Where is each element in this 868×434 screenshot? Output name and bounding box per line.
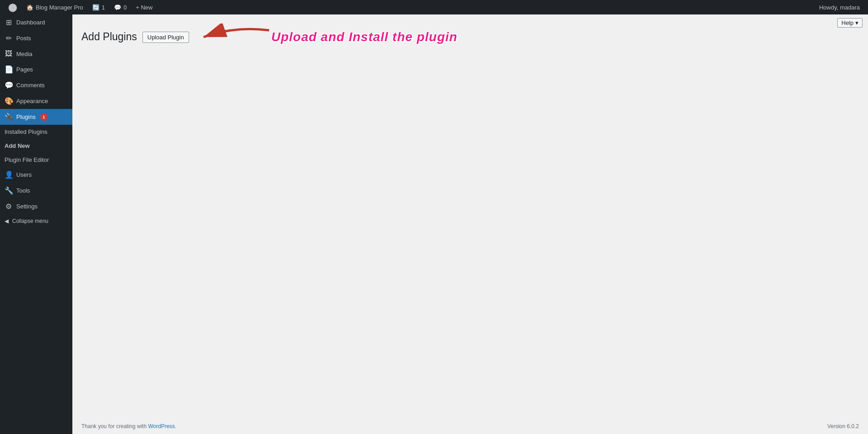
submenu-plugin-file-editor[interactable]: Plugin File Editor bbox=[0, 153, 72, 167]
updates-count: 1 bbox=[102, 4, 105, 11]
page-title: Add Plugins bbox=[81, 30, 137, 44]
wp-logo-icon: ⬤ bbox=[8, 2, 17, 12]
collapse-icon: ◀ bbox=[5, 218, 9, 224]
sidebar-label-users: Users bbox=[16, 171, 32, 178]
sidebar-item-users[interactable]: 👤 Users bbox=[0, 167, 72, 183]
comments-menu-icon: 💬 bbox=[5, 81, 13, 90]
updates-icon: 🔄 bbox=[92, 4, 100, 11]
arrow-annotation bbox=[199, 24, 271, 51]
sidebar-item-dashboard[interactable]: ⊞ Dashboard bbox=[0, 14, 72, 30]
sidebar-item-plugins[interactable]: 🔌 Plugins 1 Installed Plugins Add New bbox=[0, 109, 72, 167]
settings-icon: ⚙ bbox=[5, 202, 13, 211]
appearance-icon: 🎨 bbox=[5, 97, 13, 105]
comments-icon: 💬 bbox=[114, 4, 121, 11]
collapse-label: Collapse menu bbox=[12, 218, 48, 224]
main-content: Help ▾ Add Plugins Upload Plugin bbox=[72, 14, 868, 434]
sidebar-label-comments: Comments bbox=[16, 82, 45, 89]
submenu-installed-plugins[interactable]: Installed Plugins bbox=[0, 125, 72, 139]
sidebar-label-tools: Tools bbox=[16, 187, 30, 194]
sidebar-label-appearance: Appearance bbox=[16, 98, 48, 104]
sidebar-item-posts[interactable]: ✏ Posts bbox=[0, 30, 72, 46]
plugin-file-editor-label: Plugin File Editor bbox=[5, 156, 49, 163]
posts-icon: ✏ bbox=[5, 34, 13, 42]
home-icon: 🏠 bbox=[26, 4, 33, 11]
upload-plugin-button[interactable]: Upload Plugin bbox=[142, 32, 189, 43]
help-button[interactable]: Help ▾ bbox=[837, 18, 863, 28]
sidebar-item-media[interactable]: 🖼 Media bbox=[0, 46, 72, 61]
new-label: + New bbox=[136, 4, 152, 11]
sidebar: ⊞ Dashboard ✏ Posts 🖼 Media 📄 Pa bbox=[0, 14, 72, 434]
help-dropdown-icon: ▾ bbox=[855, 19, 859, 26]
sidebar-item-appearance[interactable]: 🎨 Appearance bbox=[0, 93, 72, 109]
version-text: Version 6.0.2 bbox=[827, 423, 859, 429]
sidebar-label-media: Media bbox=[16, 51, 32, 57]
plugins-icon: 🔌 bbox=[5, 113, 13, 121]
users-icon: 👤 bbox=[5, 170, 13, 179]
media-icon: 🖼 bbox=[5, 50, 13, 58]
upload-plugin-label: Upload Plugin bbox=[147, 34, 184, 41]
site-name-label: Blog Manager Pro bbox=[36, 4, 83, 11]
installed-plugins-label: Installed Plugins bbox=[5, 128, 47, 135]
howdy-text: Howdy, madara bbox=[819, 4, 860, 11]
sidebar-item-pages[interactable]: 📄 Pages bbox=[0, 61, 72, 77]
dashboard-icon: ⊞ bbox=[5, 18, 13, 27]
sidebar-label-dashboard: Dashboard bbox=[16, 19, 45, 26]
sidebar-item-settings[interactable]: ⚙ Settings bbox=[0, 198, 72, 214]
help-label: Help bbox=[841, 19, 854, 26]
thanks-text: Thank you for creating with bbox=[81, 423, 147, 429]
annotation-text: Upload and Install the plugin bbox=[271, 30, 458, 44]
sidebar-label-settings: Settings bbox=[16, 203, 38, 210]
submenu-add-new[interactable]: Add New bbox=[0, 139, 72, 153]
sidebar-item-comments[interactable]: 💬 Comments bbox=[0, 77, 72, 93]
comments-count: 0 bbox=[123, 4, 127, 11]
page-header: Add Plugins Upload Plugin bbox=[81, 24, 859, 51]
add-new-label: Add New bbox=[5, 142, 30, 149]
wordpress-link[interactable]: WordPress bbox=[148, 423, 175, 429]
pages-icon: 📄 bbox=[5, 65, 13, 74]
new-content-button[interactable]: + New bbox=[131, 0, 157, 14]
howdy-button[interactable]: Howdy, madara bbox=[815, 0, 864, 14]
collapse-menu-button[interactable]: ◀ Collapse menu bbox=[0, 214, 72, 228]
footer: Thank you for creating with WordPress. V… bbox=[72, 419, 868, 434]
wp-logo-button[interactable]: ⬤ bbox=[4, 0, 22, 14]
comments-button[interactable]: 💬 0 bbox=[109, 0, 131, 14]
sidebar-label-plugins: Plugins bbox=[16, 113, 36, 120]
tools-icon: 🔧 bbox=[5, 186, 13, 195]
footer-thanks: Thank you for creating with WordPress. bbox=[81, 423, 176, 429]
updates-button[interactable]: 🔄 1 bbox=[88, 0, 109, 14]
admin-bar: ⬤ 🏠 Blog Manager Pro 🔄 1 💬 0 + New Howdy… bbox=[0, 0, 868, 14]
sidebar-item-tools[interactable]: 🔧 Tools bbox=[0, 183, 72, 198]
annotation-container: Upload and Install the plugin bbox=[199, 24, 458, 51]
plugins-badge: 1 bbox=[40, 113, 47, 121]
site-name-button[interactable]: 🏠 Blog Manager Pro bbox=[22, 0, 88, 14]
sidebar-label-pages: Pages bbox=[16, 66, 33, 73]
sidebar-label-posts: Posts bbox=[16, 35, 31, 42]
